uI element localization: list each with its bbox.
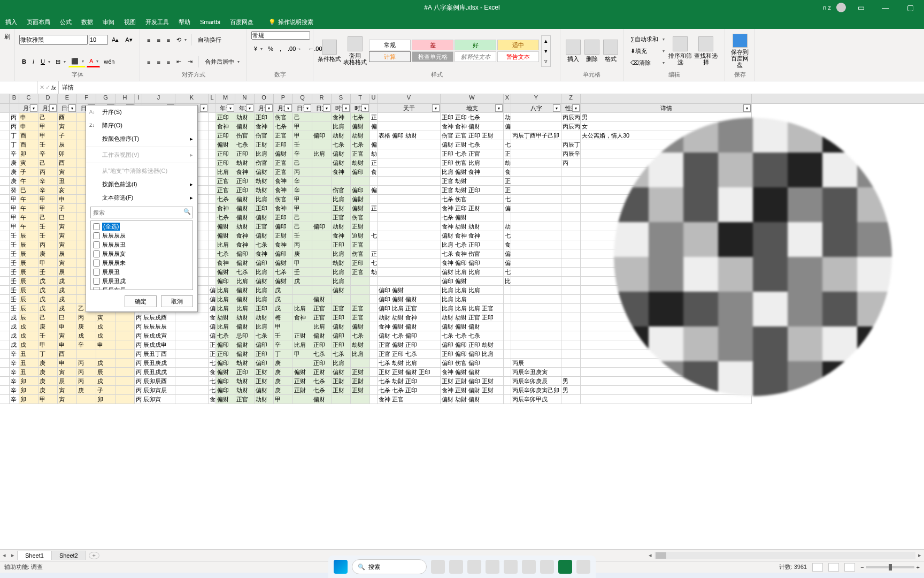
data-cell[interactable] [0, 186, 10, 195]
data-cell[interactable]: 正印 偏印 偏印 比肩 [441, 349, 504, 359]
data-cell[interactable]: 子 [58, 204, 77, 213]
header-cell[interactable]: 天干▾ [378, 104, 441, 113]
data-cell[interactable]: 食神 [235, 168, 255, 177]
data-cell[interactable]: 丙 [77, 313, 96, 322]
data-cell[interactable] [209, 204, 216, 213]
filter-checklist[interactable]: (全选)辰辰辰辰辰辰辰丑辰辰辰亥辰辰辰未辰辰丑辰辰丑戌辰辰亥辰 [90, 220, 193, 290]
data-cell[interactable] [378, 249, 441, 258]
fx-icon[interactable]: fx [51, 85, 56, 91]
data-cell[interactable]: 食神 [209, 395, 216, 404]
data-cell[interactable] [370, 395, 378, 404]
data-cell[interactable]: 食神 [209, 313, 216, 322]
name-box[interactable] [0, 81, 37, 94]
tell-me[interactable]: 💡 操作说明搜索 [268, 18, 313, 26]
data-cell[interactable]: 甲 [274, 322, 293, 331]
data-cell[interactable]: 偏财 [235, 322, 255, 331]
filter-button[interactable]: ▾ [572, 104, 580, 112]
data-cell[interactable]: 偏财 [274, 149, 293, 158]
zoom-slider[interactable]: −+ [860, 564, 920, 571]
data-cell[interactable] [0, 168, 10, 177]
gallery-down-icon[interactable]: ▾ [542, 46, 550, 56]
data-cell[interactable]: 偏财 [235, 258, 255, 268]
data-cell[interactable]: 比肩 [255, 322, 274, 331]
data-cell[interactable]: 偏财 [235, 213, 255, 222]
data-cell[interactable]: 七杀 [332, 349, 351, 359]
data-cell[interactable] [504, 331, 511, 340]
data-cell[interactable]: 午 [19, 222, 38, 231]
data-cell[interactable] [0, 122, 10, 131]
data-cell[interactable]: 戌 [19, 340, 38, 349]
data-cell[interactable]: 正官 [351, 240, 370, 249]
filter-check-item[interactable]: 辰辰辰丑 [92, 240, 191, 249]
align-left-icon[interactable]: ≡ [144, 56, 153, 67]
filter-checkbox[interactable] [93, 232, 100, 239]
data-cell[interactable] [561, 349, 581, 359]
header-cell[interactable] [209, 104, 216, 113]
data-cell[interactable]: 七杀 劫財 正印 [378, 377, 441, 386]
data-cell[interactable]: 正官 [216, 177, 235, 186]
data-cell[interactable]: 男 [561, 377, 581, 386]
data-cell[interactable]: 甲 [10, 222, 19, 231]
data-cell[interactable] [378, 195, 441, 204]
data-cell[interactable]: 戊 [274, 286, 293, 295]
formula-input[interactable] [59, 81, 924, 94]
data-cell[interactable]: 忌印 [235, 331, 255, 340]
fill-color-button[interactable]: ⬛ [68, 56, 86, 67]
data-cell[interactable]: 偏财 [235, 204, 255, 213]
data-cell[interactable]: 甲 [38, 195, 58, 204]
data-cell[interactable]: 食神 [209, 368, 216, 377]
data-cell[interactable]: 七杀 [235, 268, 255, 277]
data-cell[interactable]: 甲 [293, 195, 312, 204]
data-cell[interactable]: 巳 [58, 213, 77, 222]
data-cell[interactable]: 己 [293, 213, 312, 222]
data-cell[interactable]: 甲 [274, 395, 293, 404]
filter-button[interactable]: ▾ [743, 104, 751, 112]
data-cell[interactable]: 甲 [293, 204, 312, 213]
data-cell[interactable]: 比肩 [216, 322, 235, 331]
data-cell[interactable]: 申 [19, 113, 38, 122]
data-cell[interactable]: 比肩 七杀 正印 [441, 240, 504, 249]
data-cell[interactable]: 伤官 [332, 186, 351, 195]
data-cell[interactable]: 甲 [38, 122, 58, 131]
data-cell[interactable] [370, 213, 378, 222]
data-cell[interactable]: 偏财 劫財 偏财 [441, 395, 504, 404]
data-cell[interactable]: 偏财 [351, 322, 370, 331]
data-cell[interactable]: 七杀 [370, 258, 378, 268]
data-cell[interactable] [511, 222, 561, 231]
data-cell[interactable] [0, 322, 10, 331]
data-cell[interactable]: 正财 [293, 377, 312, 386]
header-cell[interactable]: 月支▾ [274, 104, 293, 113]
data-cell[interactable]: 壬 [293, 140, 312, 149]
data-cell[interactable] [378, 149, 441, 158]
data-cell[interactable] [209, 240, 216, 249]
data-cell[interactable]: 比肩 比肩 [441, 295, 504, 304]
data-cell[interactable]: 寅 [19, 158, 38, 168]
data-cell[interactable]: 辛 [10, 377, 19, 386]
data-cell[interactable] [370, 277, 378, 286]
data-cell[interactable]: 比肩 [216, 295, 235, 304]
column-header[interactable]: F [77, 94, 96, 103]
data-cell[interactable] [0, 286, 10, 295]
filter-button[interactable]: ▾ [361, 104, 369, 112]
comma-icon[interactable]: , [277, 44, 284, 54]
data-cell[interactable]: 偏财 [332, 149, 351, 158]
data-cell[interactable]: 辰 [19, 268, 38, 277]
data-cell[interactable]: 辰辰辰辰 [142, 322, 175, 331]
data-cell[interactable]: 偏财 [235, 195, 255, 204]
wrap-text-button[interactable]: 自动换行 [195, 34, 224, 45]
data-cell[interactable] [175, 386, 209, 395]
filter-button[interactable]: ▾ [49, 104, 57, 112]
align-right-icon[interactable]: ≡ [164, 56, 173, 67]
column-header[interactable]: G [96, 94, 116, 103]
data-cell[interactable]: 偏印 [216, 277, 235, 286]
data-cell[interactable]: 辛 [38, 177, 58, 186]
data-cell[interactable] [175, 349, 209, 359]
data-cell[interactable]: 偏财 [235, 295, 255, 304]
increase-decimal-icon[interactable]: .00→ [285, 44, 304, 54]
data-cell[interactable]: 寅 [58, 231, 77, 240]
data-cell[interactable] [561, 368, 581, 377]
data-cell[interactable] [370, 331, 378, 340]
header-cell[interactable]: 八字▾ [511, 104, 561, 113]
data-cell[interactable]: 丙辰丙申己酉乙亥 [561, 113, 581, 122]
data-cell[interactable]: 七杀 [351, 113, 370, 122]
